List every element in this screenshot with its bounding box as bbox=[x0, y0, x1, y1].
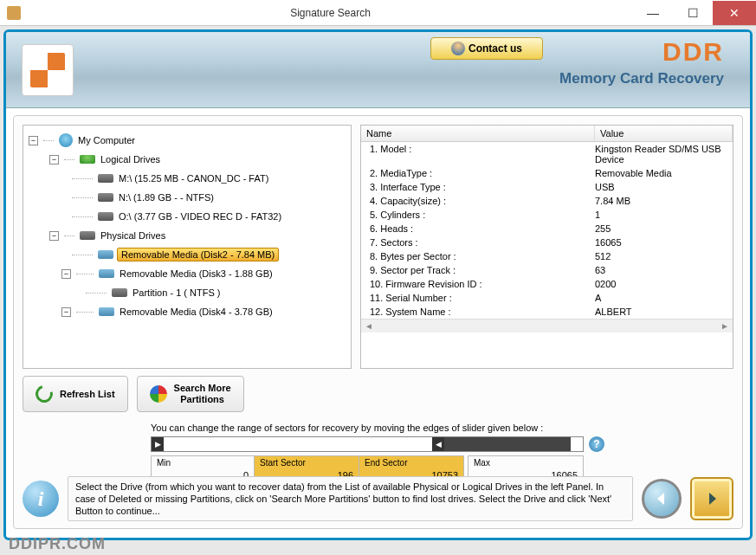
slider-fill bbox=[443, 437, 571, 451]
collapse-icon[interactable]: − bbox=[49, 231, 59, 241]
detail-name: 2. MediaType : bbox=[361, 168, 595, 178]
drive-icon bbox=[98, 193, 113, 202]
horizontal-scrollbar[interactable]: ◄► bbox=[361, 319, 733, 332]
window-title: Signature Search bbox=[28, 7, 633, 19]
details-header: Name Value bbox=[361, 126, 733, 142]
contact-label: Contact us bbox=[468, 42, 522, 55]
app-logo bbox=[22, 44, 74, 96]
tree-drive-item[interactable]: Removable Media (Disk2 - 7.84 MB) bbox=[23, 245, 351, 264]
refresh-icon bbox=[32, 382, 55, 405]
tree-drive-item[interactable]: − Removable Media (Disk3 - 1.88 GB) bbox=[23, 264, 351, 283]
refresh-list-button[interactable]: Refresh List bbox=[23, 376, 128, 412]
brand-title: DDR bbox=[662, 37, 724, 67]
logical-drives-icon bbox=[80, 155, 95, 164]
detail-value: A bbox=[595, 293, 733, 303]
tree-root[interactable]: − My Computer bbox=[23, 131, 351, 150]
detail-row[interactable]: 1. Model :Kingston Reader SD/MS USB Devi… bbox=[361, 142, 733, 166]
drive-icon bbox=[98, 174, 113, 183]
collapse-icon[interactable]: − bbox=[29, 136, 38, 145]
tree-drive-item[interactable]: O:\ (3.77 GB - VIDEO REC D - FAT32) bbox=[23, 207, 351, 226]
slider-instruction: You can change the range of sectors for … bbox=[151, 423, 733, 433]
detail-name: 7. Sectors : bbox=[361, 237, 595, 248]
slider-handle-start[interactable]: ▶ bbox=[152, 437, 164, 451]
arrow-left-icon bbox=[653, 490, 670, 507]
detail-row[interactable]: 4. Capacity(size) :7.84 MB bbox=[361, 194, 733, 208]
contact-us-button[interactable]: Contact us bbox=[430, 37, 543, 60]
partition-icon bbox=[112, 288, 127, 297]
detail-value: 1 bbox=[595, 210, 733, 220]
removable-drive-icon bbox=[99, 307, 114, 316]
drive-icon bbox=[98, 212, 113, 221]
tree-physical-drives[interactable]: − Physical Drives bbox=[23, 226, 351, 245]
next-button[interactable] bbox=[690, 477, 733, 520]
computer-icon bbox=[59, 133, 73, 147]
contact-icon bbox=[451, 42, 465, 55]
tree-drive-item[interactable]: − Removable Media (Disk4 - 3.78 GB) bbox=[23, 302, 351, 321]
back-button[interactable] bbox=[642, 479, 682, 519]
detail-value: Kingston Reader SD/MS USB Device bbox=[595, 144, 733, 165]
detail-name: 10. Firmware Revision ID : bbox=[361, 279, 595, 289]
search-more-partitions-button[interactable]: Search MorePartitions bbox=[137, 376, 244, 412]
help-icon[interactable]: ? bbox=[589, 436, 604, 452]
drive-details: Name Value 1. Model :Kingston Reader SD/… bbox=[360, 125, 733, 369]
detail-name: 6. Heads : bbox=[361, 223, 595, 234]
footer-instruction: Select the Drive (from which you want to… bbox=[68, 476, 633, 522]
titlebar: Signature Search — ☐ ✕ bbox=[0, 0, 756, 26]
drive-tree[interactable]: − My Computer − Logical Drives M:\ (15.2… bbox=[23, 125, 352, 369]
refresh-label: Refresh List bbox=[60, 389, 115, 399]
app-header: Contact us DDR Memory Card Recovery bbox=[6, 32, 750, 108]
detail-row[interactable]: 9. Sector per Track :63 bbox=[361, 263, 733, 277]
detail-value: 512 bbox=[595, 251, 733, 261]
detail-value: USB bbox=[595, 182, 733, 192]
column-value[interactable]: Value bbox=[595, 126, 733, 141]
detail-value: 7.84 MB bbox=[595, 196, 733, 206]
slider-handle-end[interactable]: ◀ bbox=[432, 437, 444, 451]
info-icon: i bbox=[23, 481, 59, 517]
physical-drives-icon bbox=[80, 231, 95, 240]
detail-name: 8. Bytes per Sector : bbox=[361, 251, 595, 261]
detail-row[interactable]: 12. System Name :ALBERT bbox=[361, 305, 733, 319]
brand-subtitle: Memory Card Recovery bbox=[559, 70, 724, 87]
detail-value: 0200 bbox=[595, 279, 733, 289]
tree-partition-item[interactable]: Partition - 1 ( NTFS ) bbox=[23, 283, 351, 302]
tree-drive-item[interactable]: M:\ (15.25 MB - CANON_DC - FAT) bbox=[23, 169, 351, 188]
sector-range-slider[interactable]: ▶ ◀ bbox=[151, 436, 584, 452]
detail-value: 255 bbox=[595, 223, 733, 234]
detail-name: 3. Interface Type : bbox=[361, 182, 595, 192]
partitions-icon bbox=[150, 385, 167, 403]
close-button[interactable]: ✕ bbox=[713, 1, 756, 25]
watermark: DDIPR.COM bbox=[9, 535, 106, 553]
removable-drive-icon bbox=[98, 250, 113, 259]
detail-row[interactable]: 2. MediaType :Removable Media bbox=[361, 166, 733, 180]
detail-row[interactable]: 6. Heads :255 bbox=[361, 222, 733, 236]
detail-row[interactable]: 8. Bytes per Sector :512 bbox=[361, 249, 733, 263]
detail-name: 9. Sector per Track : bbox=[361, 265, 595, 275]
detail-name: 1. Model : bbox=[361, 144, 595, 165]
collapse-icon[interactable]: − bbox=[61, 269, 71, 279]
detail-name: 11. Serial Number : bbox=[361, 293, 595, 303]
detail-row[interactable]: 11. Serial Number :A bbox=[361, 291, 733, 305]
collapse-icon[interactable]: − bbox=[49, 155, 59, 165]
app-icon bbox=[7, 6, 21, 20]
tree-logical-drives[interactable]: − Logical Drives bbox=[23, 150, 351, 169]
arrow-right-icon bbox=[703, 490, 720, 507]
minimize-button[interactable]: — bbox=[633, 1, 673, 25]
detail-name: 4. Capacity(size) : bbox=[361, 196, 595, 206]
maximize-button[interactable]: ☐ bbox=[673, 1, 713, 25]
detail-row[interactable]: 10. Firmware Revision ID :0200 bbox=[361, 277, 733, 291]
detail-value: ALBERT bbox=[595, 307, 733, 317]
column-name[interactable]: Name bbox=[361, 126, 595, 141]
tree-drive-item[interactable]: N:\ (1.89 GB - - NTFS) bbox=[23, 188, 351, 207]
detail-value: 16065 bbox=[595, 237, 733, 248]
detail-row[interactable]: 3. Interface Type :USB bbox=[361, 180, 733, 194]
removable-drive-icon bbox=[99, 269, 114, 278]
detail-row[interactable]: 5. Cylinders :1 bbox=[361, 208, 733, 222]
detail-name: 5. Cylinders : bbox=[361, 210, 595, 220]
detail-name: 12. System Name : bbox=[361, 307, 595, 317]
detail-value: 63 bbox=[595, 265, 733, 275]
detail-row[interactable]: 7. Sectors :16065 bbox=[361, 236, 733, 249]
collapse-icon[interactable]: − bbox=[61, 307, 71, 317]
detail-value: Removable Media bbox=[595, 168, 733, 178]
